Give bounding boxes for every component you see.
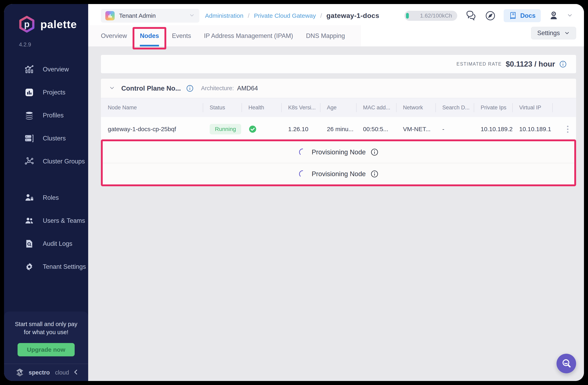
docs-button-label: Docs xyxy=(520,12,536,19)
breadcrumb-current-gateway: gateway-1-docs xyxy=(326,12,379,20)
upgrade-text-line2: for what you use! xyxy=(9,328,83,336)
estimated-rate-card: ESTIMATED RATE $0.1123 / hour xyxy=(101,55,576,73)
upgrade-now-button[interactable]: Upgrade now xyxy=(18,343,74,356)
user-menu-button[interactable] xyxy=(548,10,559,21)
chat-bubbles-icon xyxy=(465,10,477,22)
chevron-down-icon xyxy=(564,30,570,36)
table-row-node[interactable]: gateway-1-docs-cp-25bqf Running 1.26.10 … xyxy=(101,117,576,141)
estimated-rate-value: $0.1123 / hour xyxy=(506,60,555,68)
column-header-k8s-version[interactable]: K8s Versi... xyxy=(281,98,320,117)
top-header: Tenant Admin Administration / Private Cl… xyxy=(88,4,584,46)
tab-events[interactable]: Events xyxy=(172,25,191,46)
cell-health xyxy=(242,117,281,141)
palette-logo-icon: p xyxy=(19,16,35,33)
active-tab-indicator xyxy=(140,45,159,46)
sidebar-collapse-button[interactable] xyxy=(72,368,79,377)
audit-logs-icon xyxy=(24,239,34,249)
sidebar-item-tenant-settings[interactable]: Tenant Settings xyxy=(4,255,88,278)
loading-spinner-icon xyxy=(298,148,307,156)
collapse-chevron-icon[interactable] xyxy=(109,85,115,92)
sidebar-item-audit-logs[interactable]: Audit Logs xyxy=(4,232,88,255)
sidebar-nav: Overview Projects Profiles xyxy=(4,58,88,278)
tab-dns-mapping[interactable]: DNS Mapping xyxy=(306,25,345,46)
sidebar-group-gap xyxy=(4,173,88,186)
estimated-rate-label: ESTIMATED RATE xyxy=(456,61,502,67)
control-plane-section-header: Control Plane No... Architecture: AMD64 xyxy=(101,79,576,98)
breadcrumb: Administration / Private Cloud Gateway /… xyxy=(205,12,379,20)
annotation-box-provisioning: Provisioning Node Provisioning Node xyxy=(101,139,576,186)
sidebar-item-projects[interactable]: Projects xyxy=(4,81,88,104)
chevron-down-icon xyxy=(189,12,195,19)
svg-text:p: p xyxy=(24,19,30,29)
info-icon[interactable] xyxy=(186,85,194,92)
breadcrumb-link-administration[interactable]: Administration xyxy=(205,12,243,19)
sidebar-item-label: Projects xyxy=(43,89,65,96)
spectro-brand-light: cloud xyxy=(55,369,69,376)
cell-age: 26 minu... xyxy=(320,117,356,141)
row-actions-kebab-menu[interactable] xyxy=(565,124,570,135)
column-header-node-name[interactable]: Node Name xyxy=(101,98,203,117)
sidebar-item-users-teams[interactable]: Users & Teams xyxy=(4,209,88,232)
sidebar-item-label: Users & Teams xyxy=(43,217,85,224)
user-menu-chevron[interactable] xyxy=(567,12,573,19)
users-teams-icon xyxy=(24,216,34,226)
explore-compass-button[interactable] xyxy=(485,10,496,21)
profiles-stack-icon xyxy=(24,110,34,120)
sidebar-item-label: Tenant Settings xyxy=(43,263,86,270)
header-actions: 1.62/100kCh xyxy=(404,9,573,22)
settings-button[interactable]: Settings xyxy=(531,27,576,39)
cell-private-ips: 10.10.189.2 xyxy=(474,117,512,141)
sidebar-item-label: Cluster Groups xyxy=(43,158,85,165)
info-icon[interactable] xyxy=(371,148,378,156)
sidebar-item-label: Clusters xyxy=(43,135,66,142)
column-header-mac-address[interactable]: MAC add... xyxy=(356,98,396,117)
docs-button[interactable]: Docs xyxy=(504,9,541,22)
column-header-private-ips[interactable]: Private Ips xyxy=(474,98,512,117)
health-check-icon xyxy=(248,125,257,133)
spectro-cloud-logo: spectrocloud xyxy=(15,367,69,378)
column-header-health[interactable]: Health xyxy=(242,98,281,117)
gear-icon xyxy=(24,262,34,272)
section-title: Control Plane No... xyxy=(121,85,181,92)
breadcrumb-separator: / xyxy=(248,12,249,19)
sidebar-item-clusters[interactable]: Clusters xyxy=(4,127,88,150)
search-icon xyxy=(561,358,572,369)
app-name: palette xyxy=(40,18,77,30)
palette-logo: p palette xyxy=(4,4,88,33)
column-header-virtual-ip[interactable]: Virtual IP xyxy=(512,98,552,117)
sidebar-item-overview[interactable]: Overview xyxy=(4,58,88,81)
tenant-scope-select[interactable]: Tenant Admin xyxy=(101,9,199,22)
version-label: 4.2.9 xyxy=(4,33,88,48)
column-header-age[interactable]: Age xyxy=(320,98,356,117)
search-fab-button[interactable] xyxy=(557,354,576,373)
cell-k8s-version: 1.26.10 xyxy=(281,117,320,141)
sidebar-footer: spectrocloud xyxy=(4,364,88,381)
sidebar-item-label: Profiles xyxy=(43,112,63,119)
tenant-scope-value: Tenant Admin xyxy=(119,12,156,19)
tab-overview[interactable]: Overview xyxy=(101,25,127,46)
sidebar-item-cluster-groups[interactable]: Cluster Groups xyxy=(4,150,88,173)
sidebar-item-label: Overview xyxy=(43,66,69,73)
architecture-value: AMD64 xyxy=(237,85,258,92)
header-row-breadcrumb: Tenant Admin Administration / Private Cl… xyxy=(88,4,584,25)
column-header-network[interactable]: Network xyxy=(396,98,436,117)
tab-ipam[interactable]: IP Address Management (IPAM) xyxy=(204,25,293,46)
breadcrumb-link-private-cloud-gateway[interactable]: Private Cloud Gateway xyxy=(254,12,316,19)
sidebar-item-profiles[interactable]: Profiles xyxy=(4,104,88,127)
column-header-search-domain[interactable]: Search D... xyxy=(436,98,474,117)
sidebar-item-label: Audit Logs xyxy=(43,240,72,247)
info-icon[interactable] xyxy=(371,170,378,178)
tenant-scope-icon xyxy=(105,11,115,20)
tab-nodes[interactable]: Nodes xyxy=(140,25,159,46)
main-area: Tenant Admin Administration / Private Cl… xyxy=(88,4,584,381)
column-header-status[interactable]: Status xyxy=(203,98,242,117)
usage-meter[interactable]: 1.62/100kCh xyxy=(404,11,457,21)
chevron-left-icon xyxy=(72,368,79,377)
settings-button-label: Settings xyxy=(537,29,560,37)
spectro-cloud-icon xyxy=(15,367,25,378)
sidebar-item-roles[interactable]: Roles xyxy=(4,186,88,209)
feedback-chat-button[interactable] xyxy=(465,10,477,22)
projects-icon xyxy=(24,87,34,97)
cell-actions xyxy=(552,117,576,141)
info-icon[interactable] xyxy=(559,60,567,68)
